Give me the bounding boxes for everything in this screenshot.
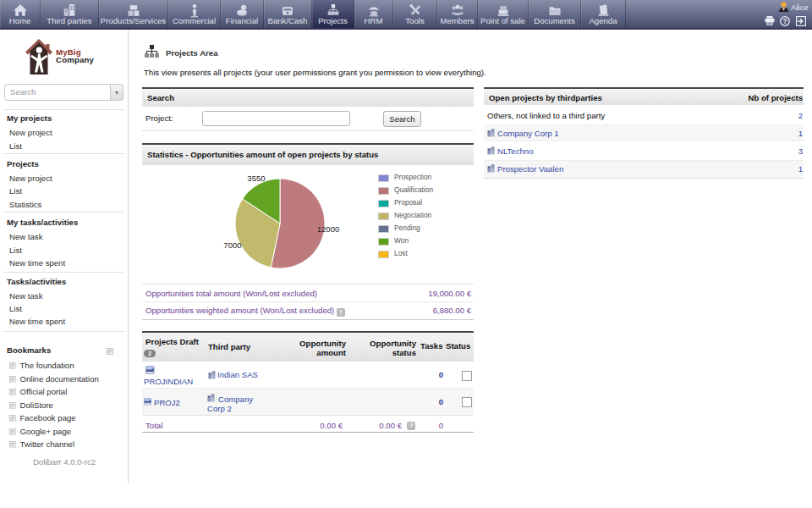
svg-text:?: ?	[782, 17, 787, 25]
